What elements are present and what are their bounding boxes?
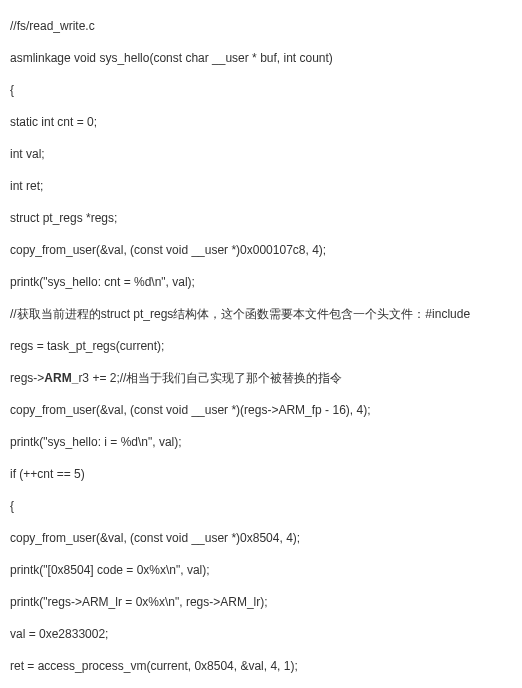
code-text-bold: ARM_ [44,371,78,385]
code-line-12: copy_from_user(&val, (const void __user … [10,394,512,426]
code-line-5: int ret; [10,170,512,202]
code-line-6: struct pt_regs *regs; [10,202,512,234]
code-line-11: regs->ARM_r3 += 2;//相当于我们自己实现了那个被替换的指令 [10,362,512,394]
code-line-14: if (++cnt == 5) [10,458,512,490]
code-line-3: static int cnt = 0; [10,106,512,138]
code-text-prefix: regs-> [10,371,44,385]
code-line-8: printk("sys_hello: cnt = %d\n", val); [10,266,512,298]
code-line-20: ret = access_process_vm(current, 0x8504,… [10,650,512,682]
code-block: //fs/read_write.c asmlinkage void sys_he… [10,10,512,688]
code-line-16: copy_from_user(&val, (const void __user … [10,522,512,554]
code-line-4: int val; [10,138,512,170]
code-line-15: { [10,490,512,522]
code-line-2: { [10,74,512,106]
code-line-10: regs = task_pt_regs(current); [10,330,512,362]
code-line-13: printk("sys_hello: i = %d\n", val); [10,426,512,458]
code-line-19: val = 0xe2833002; [10,618,512,650]
code-text-suffix: r3 += 2;//相当于我们自己实现了那个被替换的指令 [78,371,342,385]
code-line-0: //fs/read_write.c [10,10,512,42]
code-line-7: copy_from_user(&val, (const void __user … [10,234,512,266]
code-line-21: printk("access_process_vm ret = %d\n", r… [10,682,512,688]
code-line-17: printk("[0x8504] code = 0x%x\n", val); [10,554,512,586]
code-line-1: asmlinkage void sys_hello(const char __u… [10,42,512,74]
code-line-9: //获取当前进程的struct pt_regs结构体，这个函数需要本文件包含一个… [10,298,512,330]
code-line-18: printk("regs->ARM_lr = 0x%x\n", regs->AR… [10,586,512,618]
